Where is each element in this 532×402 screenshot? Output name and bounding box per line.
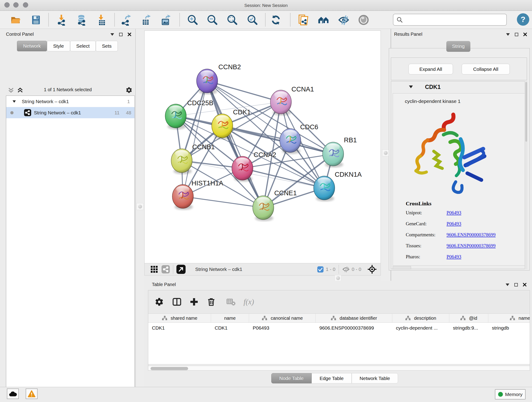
warning-icon <box>27 390 36 397</box>
network-graph[interactable]: CCNB2CCNA1CDC25BCDK1CDC6RB1CCNB1CCNA2CDK… <box>145 31 380 263</box>
close-panel-icon[interactable] <box>523 283 526 287</box>
node-CDKN1A[interactable] <box>314 176 335 201</box>
open-in-window-icon[interactable] <box>177 265 186 274</box>
left-splitter[interactable] <box>136 29 144 387</box>
expand-all-button[interactable]: Expand All <box>409 64 453 75</box>
show-columns-icon[interactable] <box>172 297 182 307</box>
import-network-file-button[interactable] <box>56 13 68 26</box>
column-header-database-identifier[interactable]: database identifier <box>316 314 392 322</box>
add-column-icon[interactable] <box>190 297 199 306</box>
column-header-canonical-name[interactable]: canonical name <box>249 314 316 322</box>
column-header-description[interactable]: description <box>392 314 449 322</box>
network-badge-icon <box>162 265 170 274</box>
collapse-entry-icon[interactable] <box>409 85 413 88</box>
refresh-button[interactable] <box>269 13 282 26</box>
node-CCNE1[interactable] <box>253 196 274 221</box>
node-HIST1H1A[interactable] <box>172 185 193 210</box>
tab-sets[interactable]: Sets <box>96 41 118 51</box>
zoom-fit-button[interactable] <box>226 13 239 26</box>
save-session-button[interactable] <box>30 13 42 26</box>
crosslink-link[interactable]: 9606.ENSP00000378699 <box>447 243 496 249</box>
crosslink-link[interactable]: 9606.ENSP00000378699 <box>447 232 496 238</box>
column-header-name[interactable]: name <box>211 314 249 322</box>
column-header-@id[interactable]: @id <box>449 314 488 322</box>
tab-style[interactable]: Style <box>47 41 70 51</box>
hidden-eye-icon[interactable] <box>342 266 350 273</box>
tab-network-table[interactable]: Network Table <box>352 373 398 383</box>
node-CDC25B[interactable] <box>165 104 186 129</box>
tab-edge-table[interactable]: Edge Table <box>312 373 352 383</box>
string-home-button[interactable] <box>317 13 330 26</box>
crosslink-link[interactable]: P06493 <box>447 221 461 227</box>
node-CDK1[interactable] <box>212 114 233 139</box>
node-CCNB2[interactable] <box>196 69 218 95</box>
left-splitter-handle[interactable] <box>137 203 143 210</box>
delete-column-icon[interactable] <box>206 297 216 307</box>
expander-icon[interactable] <box>13 100 16 103</box>
float-panel-icon[interactable] <box>110 33 114 36</box>
import-network-database-button[interactable] <box>75 13 88 26</box>
table-cell[interactable]: P06493 <box>249 323 316 333</box>
float-panel-icon[interactable] <box>506 283 509 286</box>
table-cell[interactable]: CDK1 <box>211 323 249 333</box>
table-cell[interactable]: 9606.ENSP00000378699 <box>316 323 392 333</box>
search-box[interactable] <box>393 14 507 26</box>
fit-selected-crosshair-icon[interactable] <box>367 264 377 274</box>
column-header-namespace[interactable]: namespace <box>488 314 530 322</box>
warnings-button[interactable] <box>26 389 38 399</box>
horizontal-splitter-handle[interactable] <box>335 275 341 281</box>
table-cell[interactable]: cyclin-dependent ... <box>392 323 449 333</box>
close-panel-icon[interactable] <box>523 32 527 36</box>
table-row[interactable]: CDK1CDK1P064939606.ENSP00000378699cyclin… <box>148 323 530 333</box>
results-scrollbar[interactable] <box>525 81 527 269</box>
crosslinks-heading: CrossLinks <box>406 201 496 207</box>
memory-button[interactable]: Memory <box>495 389 526 400</box>
maximize-panel-icon[interactable] <box>514 283 518 287</box>
open-session-button[interactable] <box>9 13 22 26</box>
crosslink-link[interactable]: P06493 <box>447 254 461 260</box>
gear-icon[interactable] <box>126 87 133 94</box>
export-table-button[interactable] <box>139 13 152 26</box>
zoom-out-button[interactable] <box>206 13 219 26</box>
network-collection-row[interactable]: String Network – cdk1 1 <box>6 96 134 107</box>
table-cell[interactable]: stringdb:9... <box>449 323 488 333</box>
export-network-button[interactable] <box>120 13 133 26</box>
table-options-gear-icon[interactable] <box>155 297 164 306</box>
float-panel-icon[interactable] <box>506 33 510 36</box>
table-horizontal-scrollbar[interactable] <box>148 366 530 370</box>
maximize-panel-icon[interactable] <box>515 33 518 36</box>
close-panel-icon[interactable] <box>128 32 131 36</box>
search-input[interactable] <box>403 17 501 22</box>
selected-checkbox-icon[interactable] <box>317 266 323 273</box>
network-row-selected[interactable]: String Network – cdk1 11 48 <box>6 107 134 118</box>
gene-entry-header[interactable]: CDK1 <box>391 81 527 93</box>
birdseye-grid-icon[interactable] <box>151 266 158 273</box>
node-table[interactable]: shared namenamecanonical namedatabase id… <box>148 313 530 364</box>
node-CCNA2[interactable] <box>232 156 253 182</box>
tab-select[interactable]: Select <box>70 41 96 51</box>
tab-network[interactable]: Network <box>17 41 47 51</box>
import-table-button[interactable] <box>95 13 108 26</box>
help-button[interactable]: ? <box>517 13 529 26</box>
node-CCNA1[interactable] <box>270 90 291 115</box>
node-CDC6[interactable] <box>280 128 301 154</box>
node-CCNB1[interactable] <box>171 149 192 174</box>
automation-status-button[interactable] <box>7 389 19 399</box>
crosslink-link[interactable]: P06493 <box>447 210 461 216</box>
zoom-in-button[interactable] <box>186 13 199 26</box>
string-glass-ball-button[interactable] <box>357 13 370 26</box>
right-splitter-handle[interactable] <box>382 149 389 156</box>
string-hide-glass-button[interactable] <box>337 13 350 26</box>
zoom-selected-button[interactable] <box>246 13 259 26</box>
table-cell[interactable]: stringdb <box>488 323 530 333</box>
tab-node-table[interactable]: Node Table <box>271 373 312 383</box>
node-RB1[interactable] <box>323 142 344 167</box>
string-document-button[interactable] <box>297 13 309 26</box>
network-canvas[interactable]: CCNB2CCNA1CDC25BCDK1CDC6RB1CCNB1CCNA2CDK… <box>144 31 381 263</box>
results-tab-string[interactable]: String <box>446 41 470 52</box>
table-cell[interactable]: CDK1 <box>148 323 211 333</box>
export-image-button[interactable] <box>159 13 172 26</box>
column-header-shared-name[interactable]: shared name <box>148 314 211 322</box>
maximize-panel-icon[interactable] <box>119 33 123 36</box>
collapse-all-button[interactable]: Collapse All <box>462 64 510 75</box>
